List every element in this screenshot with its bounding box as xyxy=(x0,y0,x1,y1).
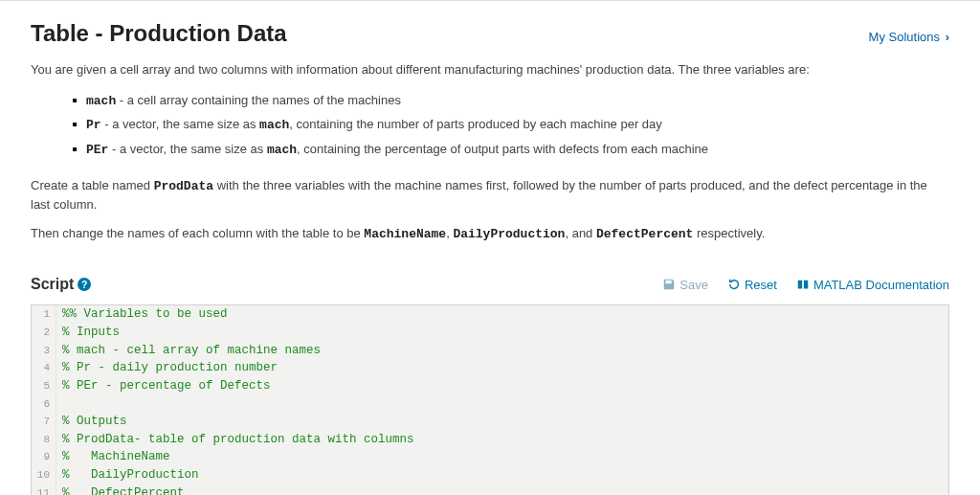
code-text: % DailyProduction xyxy=(56,466,199,484)
code-text: % mach - cell array of machine names xyxy=(56,342,321,360)
code-dailyproduction: DailyProduction xyxy=(453,227,565,241)
paragraph-2: Create a table named ProdData with the t… xyxy=(31,176,949,214)
text: , and xyxy=(565,226,596,240)
my-solutions-label: My Solutions xyxy=(869,30,940,44)
reset-button[interactable]: Reset xyxy=(727,278,777,292)
line-number: 7 xyxy=(32,413,56,431)
code-text xyxy=(56,395,62,413)
var-desc2: , containing the percentage of output pa… xyxy=(297,142,708,156)
save-label: Save xyxy=(679,278,708,292)
code-machinename: MachineName xyxy=(364,227,446,241)
var-name: mach xyxy=(86,94,116,108)
line-number: 3 xyxy=(32,342,56,360)
var-name: Pr xyxy=(86,118,101,132)
list-item: Pr - a vector, the same size as mach, co… xyxy=(73,113,949,138)
code-line[interactable]: 9% MachineName xyxy=(32,448,948,466)
line-number: 4 xyxy=(32,359,56,377)
paragraph-3: Then change the names of each column wit… xyxy=(31,224,949,244)
save-icon xyxy=(662,278,676,291)
book-icon xyxy=(796,278,810,291)
code-line[interactable]: 6 xyxy=(32,395,948,413)
code-line[interactable]: 2% Inputs xyxy=(32,324,948,342)
documentation-label: MATLAB Documentation xyxy=(813,278,949,292)
var-desc2: , containing the number of parts produce… xyxy=(289,117,662,131)
code-defectpercent: DefectPercent xyxy=(596,227,693,241)
code-line[interactable]: 10% DailyProduction xyxy=(32,466,948,484)
script-section-title: Script ? xyxy=(31,276,91,293)
code-text: % Inputs xyxy=(56,324,120,342)
list-item: PEr - a vector, the same size as mach, c… xyxy=(73,138,949,163)
code-text: % DefectPercent xyxy=(56,484,185,495)
code-line[interactable]: 7% Outputs xyxy=(32,413,948,431)
help-icon[interactable]: ? xyxy=(78,278,91,291)
text: Create a table named xyxy=(31,178,154,192)
var-desc: - a vector, the same size as xyxy=(101,117,259,131)
page-title: Table - Production Data xyxy=(31,20,287,47)
code-text: % MachineName xyxy=(56,448,170,466)
line-number: 6 xyxy=(32,395,56,413)
code-line[interactable]: 8% ProdData- table of production data wi… xyxy=(32,431,948,449)
code-text: % Pr - daily production number xyxy=(56,359,278,377)
var-name: PEr xyxy=(86,143,108,157)
code-text: % ProdData- table of production data wit… xyxy=(56,431,414,449)
save-button[interactable]: Save xyxy=(662,278,708,292)
code-line[interactable]: 3% mach - cell array of machine names xyxy=(32,342,948,360)
var-desc: - a vector, the same size as xyxy=(108,142,266,156)
code-line[interactable]: 4% Pr - daily production number xyxy=(32,359,948,377)
line-number: 9 xyxy=(32,448,56,466)
code-line[interactable]: 11% DefectPercent xyxy=(32,484,948,495)
my-solutions-link[interactable]: My Solutions › xyxy=(869,30,949,44)
text: respectively. xyxy=(693,226,765,240)
code-line[interactable]: 1%% Variables to be used xyxy=(32,305,948,324)
line-number: 11 xyxy=(32,484,56,495)
script-label: Script xyxy=(31,276,74,293)
line-number: 8 xyxy=(32,431,56,449)
var-inline: mach xyxy=(267,143,297,157)
variable-list: mach - a cell array containing the names… xyxy=(31,89,949,163)
line-number: 10 xyxy=(32,466,56,484)
code-editor[interactable]: 1%% Variables to be used2% Inputs3% mach… xyxy=(31,304,949,495)
var-desc: - a cell array containing the names of t… xyxy=(116,93,401,107)
code-proddata: ProdData xyxy=(154,179,213,193)
chevron-right-icon: › xyxy=(946,30,949,44)
documentation-link[interactable]: MATLAB Documentation xyxy=(796,278,949,292)
reset-icon xyxy=(727,278,741,291)
line-number: 1 xyxy=(32,305,56,324)
line-number: 2 xyxy=(32,324,56,342)
text: Then change the names of each column wit… xyxy=(31,226,364,240)
code-text: %% Variables to be used xyxy=(56,305,228,324)
code-text: % PEr - percentage of Defects xyxy=(56,377,271,395)
reset-label: Reset xyxy=(745,278,777,292)
list-item: mach - a cell array containing the names… xyxy=(73,89,949,114)
var-inline: mach xyxy=(259,118,289,132)
line-number: 5 xyxy=(32,377,56,395)
code-text: % Outputs xyxy=(56,413,127,431)
intro-text: You are given a cell array and two colum… xyxy=(31,60,949,79)
code-line[interactable]: 5% PEr - percentage of Defects xyxy=(32,377,948,395)
